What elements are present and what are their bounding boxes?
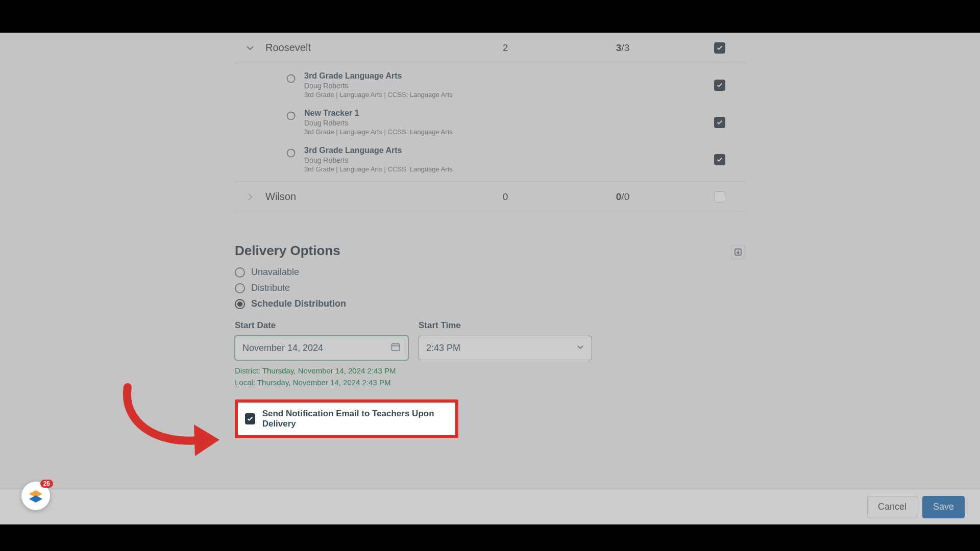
- class-title: 3rd Grade Language Arts: [304, 146, 453, 155]
- start-date-value: November 14, 2024: [242, 343, 323, 354]
- school-checkbox[interactable]: [714, 191, 725, 203]
- tracker-icon: [286, 111, 296, 123]
- tracker-icon: [286, 148, 296, 160]
- radio-unavailable[interactable]: Unavailable: [235, 267, 745, 278]
- chevron-right-icon[interactable]: [235, 193, 265, 201]
- class-list-roosevelt: 3rd Grade Language Arts Doug Roberts 3rd…: [235, 63, 745, 182]
- delivery-heading: Delivery Options: [235, 243, 745, 259]
- district-hint: District: Thursday, November 14, 2024 2:…: [235, 365, 745, 377]
- tracker-icon: [286, 73, 296, 86]
- class-row[interactable]: 3rd Grade Language Arts Doug Roberts 3rd…: [235, 66, 745, 104]
- start-time-label: Start Time: [419, 320, 592, 331]
- app-badge[interactable]: 25: [21, 482, 50, 510]
- school-fraction: 0/0: [546, 191, 699, 203]
- class-meta: 3rd Grade | Language Arts | CCSS: Langua…: [304, 91, 453, 98]
- save-button[interactable]: Save: [922, 496, 965, 518]
- import-icon[interactable]: [731, 245, 745, 259]
- class-meta: 3rd Grade | Language Arts | CCSS: Langua…: [304, 165, 453, 173]
- class-checkbox[interactable]: [714, 80, 725, 91]
- class-title: 3rd Grade Language Arts: [304, 71, 453, 81]
- notify-checkbox[interactable]: [245, 413, 255, 424]
- school-fraction: 3/3: [546, 42, 699, 54]
- class-checkbox[interactable]: [714, 154, 725, 165]
- delivery-options-section: Delivery Options Unavailable Distribute …: [235, 243, 745, 438]
- timezone-hints: District: Thursday, November 14, 2024 2:…: [235, 365, 745, 388]
- school-row-roosevelt[interactable]: Roosevelt 2 3/3: [235, 33, 745, 63]
- school-name: Roosevelt: [265, 42, 464, 54]
- radio-distribute[interactable]: Distribute: [235, 283, 745, 293]
- svg-marker-6: [29, 495, 42, 503]
- annotation-arrow: [117, 380, 230, 461]
- class-teacher: Doug Roberts: [304, 156, 453, 164]
- highlight-box: Send Notification Email to Teachers Upon…: [235, 399, 458, 438]
- school-count: 2: [464, 42, 546, 54]
- chevron-down-icon[interactable]: [235, 44, 265, 52]
- class-checkbox[interactable]: [714, 117, 725, 128]
- class-teacher: Doug Roberts: [304, 82, 453, 90]
- class-row[interactable]: 3rd Grade Language Arts Doug Roberts 3rd…: [235, 141, 745, 178]
- school-row-wilson[interactable]: Wilson 0 0/0: [235, 182, 745, 212]
- notify-checkbox-row[interactable]: Send Notification Email to Teachers Upon…: [240, 405, 453, 433]
- svg-rect-4: [392, 344, 400, 350]
- radio-label: Unavailable: [251, 267, 299, 278]
- class-title: New Tracker 1: [304, 109, 453, 118]
- notify-label: Send Notification Email to Teachers Upon…: [262, 409, 448, 429]
- class-row[interactable]: New Tracker 1 Doug Roberts 3rd Grade | L…: [235, 104, 745, 141]
- cancel-button[interactable]: Cancel: [867, 496, 917, 518]
- radio-label: Schedule Distribution: [251, 298, 346, 309]
- chevron-down-icon: [576, 343, 584, 354]
- badge-count: 25: [40, 480, 53, 488]
- start-date-input[interactable]: November 14, 2024: [235, 336, 408, 360]
- start-date-label: Start Date: [235, 320, 408, 331]
- radio-label: Distribute: [251, 283, 290, 293]
- start-time-value: 2:43 PM: [426, 343, 460, 354]
- school-name: Wilson: [265, 191, 464, 203]
- calendar-icon: [390, 342, 401, 355]
- footer-bar: Cancel Save: [0, 489, 980, 524]
- local-hint: Local: Thursday, November 14, 2024 2:43 …: [235, 377, 745, 389]
- start-time-input[interactable]: 2:43 PM: [419, 336, 592, 360]
- radio-schedule[interactable]: Schedule Distribution: [235, 298, 745, 309]
- school-checkbox[interactable]: [714, 42, 725, 54]
- main-content: Roosevelt 2 3/3 3rd Grade La: [235, 33, 745, 484]
- class-teacher: Doug Roberts: [304, 119, 453, 127]
- class-meta: 3rd Grade | Language Arts | CCSS: Langua…: [304, 128, 453, 136]
- school-count: 0: [464, 191, 546, 203]
- app-logo-icon: [27, 487, 44, 505]
